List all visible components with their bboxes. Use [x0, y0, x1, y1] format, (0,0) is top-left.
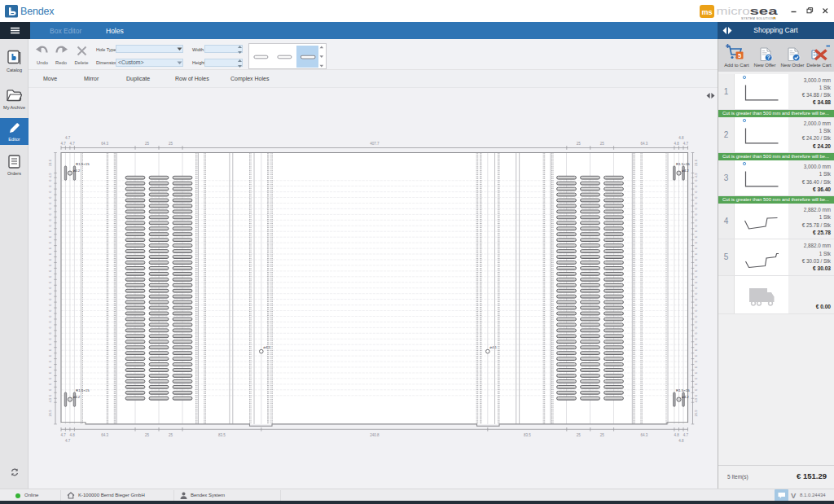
svg-text:6: 6: [694, 327, 698, 329]
svg-text:6: 6: [694, 321, 698, 323]
svg-text:6: 6: [48, 304, 52, 306]
svg-text:64.3: 64.3: [101, 142, 108, 146]
svg-text:6: 6: [694, 388, 698, 391]
svg-text:R1.5×15: R1.5×15: [76, 388, 90, 392]
svg-text:6: 6: [48, 383, 52, 385]
svg-text:6: 6: [694, 366, 698, 368]
svg-text:6: 6: [48, 179, 52, 182]
svg-text:6: 6: [694, 360, 698, 362]
svg-text:6: 6: [48, 270, 52, 272]
svg-text:6: 6: [694, 275, 698, 278]
svg-text:6: 6: [48, 327, 52, 329]
svg-text:6: 6: [694, 348, 698, 351]
svg-text:6: 6: [694, 258, 698, 261]
svg-text:4.7: 4.7: [61, 433, 67, 437]
svg-text:6: 6: [48, 218, 52, 221]
svg-text:6: 6: [48, 343, 52, 345]
svg-text:4.8: 4.8: [674, 142, 680, 146]
svg-text:4.8: 4.8: [70, 433, 76, 437]
svg-text:6: 6: [694, 343, 698, 345]
svg-text:6: 6: [48, 185, 52, 187]
svg-text:83.5: 83.5: [524, 433, 531, 437]
svg-text:6: 6: [48, 315, 52, 318]
svg-text:6: 6: [48, 377, 52, 379]
svg-text:4.7: 4.7: [61, 142, 67, 146]
svg-text:R1.5×15: R1.5×15: [676, 388, 690, 392]
svg-text:6: 6: [48, 388, 52, 391]
svg-text:25: 25: [169, 142, 173, 146]
svg-text:6: 6: [48, 394, 52, 397]
svg-text:26.9: 26.9: [48, 410, 52, 417]
svg-text:6: 6: [48, 202, 52, 204]
svg-text:4.8: 4.8: [678, 136, 684, 140]
svg-text:6: 6: [694, 315, 698, 318]
svg-text:⌀4.2: ⌀4.2: [73, 169, 81, 173]
svg-text:⌀4.1: ⌀4.1: [489, 345, 497, 349]
svg-text:407.7: 407.7: [370, 142, 380, 146]
svg-text:6: 6: [694, 213, 698, 216]
svg-text:4.9: 4.9: [694, 173, 698, 177]
svg-text:6: 6: [694, 202, 698, 204]
svg-text:6: 6: [694, 354, 698, 357]
svg-text:6: 6: [48, 247, 52, 249]
svg-text:6: 6: [48, 298, 52, 300]
svg-text:21.6: 21.6: [694, 159, 698, 166]
svg-text:6: 6: [48, 258, 52, 261]
svg-text:26.9: 26.9: [694, 410, 698, 417]
svg-text:6: 6: [694, 287, 698, 289]
svg-text:6: 6: [694, 218, 698, 221]
svg-text:6: 6: [48, 360, 52, 362]
svg-text:6: 6: [48, 264, 52, 266]
svg-text:?: ?: [767, 55, 770, 60]
svg-text:4.7: 4.7: [683, 433, 689, 437]
svg-text:4.7: 4.7: [65, 439, 71, 443]
svg-text:6: 6: [694, 241, 698, 243]
svg-text:4.8: 4.8: [678, 439, 684, 443]
svg-text:6: 6: [48, 371, 52, 374]
svg-text:6: 6: [694, 191, 698, 193]
svg-text:4.8: 4.8: [674, 433, 680, 437]
svg-text:25: 25: [577, 142, 582, 146]
svg-text:6: 6: [48, 292, 52, 295]
svg-text:6: 6: [48, 213, 52, 216]
svg-text:6: 6: [694, 281, 698, 283]
svg-text:micro: micro: [717, 6, 750, 17]
svg-text:83.5: 83.5: [218, 433, 226, 437]
svg-text:6: 6: [694, 337, 698, 340]
svg-text:6: 6: [48, 241, 52, 243]
svg-text:R1.5×15: R1.5×15: [676, 162, 690, 166]
svg-text:⌀4.1: ⌀4.1: [263, 345, 270, 349]
svg-text:4.9: 4.9: [48, 397, 52, 402]
svg-text:6: 6: [694, 230, 698, 232]
svg-text:⌀4.2: ⌀4.2: [682, 169, 689, 173]
svg-text:64.3: 64.3: [101, 433, 108, 437]
svg-text:6: 6: [694, 394, 698, 397]
svg-text:4.9: 4.9: [694, 397, 698, 402]
svg-text:6: 6: [694, 264, 698, 266]
svg-text:6: 6: [694, 185, 698, 187]
svg-text:240.8: 240.8: [370, 433, 380, 437]
svg-text:6: 6: [694, 247, 698, 249]
svg-text:R1.5×15: R1.5×15: [76, 162, 90, 166]
svg-text:6: 6: [694, 331, 698, 334]
svg-text:6: 6: [694, 270, 698, 272]
svg-text:6: 6: [694, 309, 698, 312]
svg-text:6: 6: [694, 252, 698, 255]
svg-text:25: 25: [600, 142, 605, 146]
svg-text:6: 6: [48, 230, 52, 232]
svg-text:25: 25: [145, 433, 150, 437]
svg-text:6: 6: [694, 179, 698, 182]
svg-text:6: 6: [694, 196, 698, 199]
svg-text:25: 25: [169, 433, 173, 437]
svg-text:6: 6: [694, 235, 698, 238]
svg-text:6: 6: [48, 354, 52, 357]
svg-text:4.7: 4.7: [683, 142, 689, 146]
svg-text:6: 6: [48, 196, 52, 199]
svg-text:6: 6: [694, 208, 698, 210]
svg-text:25: 25: [145, 142, 150, 146]
svg-text:6: 6: [694, 377, 698, 379]
svg-text:4.7: 4.7: [65, 136, 71, 140]
svg-text:6: 6: [48, 321, 52, 323]
svg-text:6: 6: [48, 337, 52, 340]
svg-text:sea: sea: [750, 6, 779, 17]
